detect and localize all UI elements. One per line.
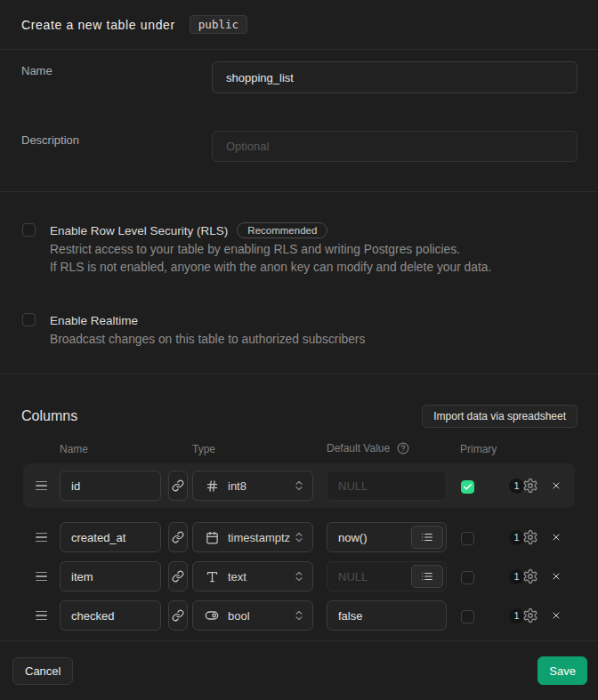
panel-title: Create a new table under — [21, 18, 175, 32]
column-type-label: int8 — [228, 479, 293, 493]
primary-checkbox[interactable] — [461, 571, 474, 584]
realtime-text: Enable Realtime Broadcast changes on thi… — [50, 311, 365, 349]
rls-description-line2: If RLS is not enabled, anyone with the a… — [50, 259, 491, 277]
default-value-wrap — [327, 522, 447, 552]
realtime-description: Broadcast changes on this table to autho… — [50, 331, 365, 349]
column-name-input[interactable] — [60, 561, 161, 591]
column-type-label: text — [228, 570, 293, 583]
rls-description-line1: Restrict access to your table by enablin… — [50, 241, 491, 259]
columns-title: Columns — [21, 408, 77, 424]
name-label: Name — [21, 61, 212, 93]
foreign-key-icon[interactable] — [168, 522, 188, 552]
gear-icon — [522, 478, 538, 494]
chevrons-up-down-icon — [293, 531, 305, 543]
column-name-input[interactable] — [60, 600, 161, 631]
suggestions-list-icon[interactable] — [411, 565, 443, 588]
column-type-select[interactable]: bool — [192, 600, 313, 631]
rls-toggle-block: Enable Row Level Security (RLS) Recommen… — [22, 221, 577, 277]
header-name: Name — [60, 443, 192, 454]
hash-icon — [205, 479, 219, 493]
default-value-wrap — [327, 471, 447, 501]
column-row-checked: bool 1 — [23, 601, 575, 630]
suggestions-list-icon[interactable] — [411, 526, 443, 549]
column-rows: int8 1 — [21, 463, 578, 630]
rls-description: Restrict access to your table by enablin… — [50, 241, 491, 277]
column-name-input[interactable] — [60, 471, 161, 501]
column-name-input[interactable] — [60, 522, 161, 552]
column-settings-button[interactable]: 1 — [509, 477, 538, 495]
default-value-wrap — [327, 561, 447, 591]
gear-icon — [522, 607, 538, 624]
gear-icon — [522, 529, 538, 545]
table-name-input[interactable] — [212, 61, 578, 93]
recommended-badge: Recommended — [237, 222, 327, 238]
header-primary: Primary — [460, 443, 497, 454]
realtime-toggle-block: Enable Realtime Broadcast changes on thi… — [22, 311, 577, 349]
options-section: Enable Row Level Security (RLS) Recommen… — [0, 192, 598, 374]
column-row-created-at: timestamptz 1 — [23, 523, 575, 551]
create-table-panel: Create a new table under public Name Des… — [0, 0, 598, 700]
foreign-key-icon[interactable] — [168, 471, 188, 501]
remove-column-icon[interactable] — [551, 480, 562, 491]
remove-column-icon[interactable] — [551, 610, 562, 621]
column-settings-button[interactable]: 1 — [509, 567, 538, 585]
drag-handle-icon[interactable] — [36, 533, 47, 543]
name-row: Name — [21, 61, 578, 93]
realtime-description-line1: Broadcast changes on this table to autho… — [50, 331, 365, 349]
table-description-input[interactable] — [212, 131, 578, 162]
header-default-value: Default Value — [327, 443, 460, 454]
realtime-label: Enable Realtime — [50, 314, 138, 327]
import-spreadsheet-button[interactable]: Import data via spreadsheet — [422, 405, 578, 428]
rls-label: Enable Row Level Security (RLS) — [50, 224, 228, 237]
column-settings-button[interactable]: 1 — [509, 528, 538, 546]
column-type-label: timestamptz — [228, 531, 293, 544]
remove-column-icon[interactable] — [551, 571, 562, 582]
drag-handle-icon[interactable] — [36, 611, 47, 621]
primary-checkbox[interactable] — [461, 480, 474, 494]
realtime-checkbox[interactable] — [22, 313, 36, 326]
remove-column-icon[interactable] — [551, 532, 562, 543]
panel-header: Create a new table under public — [0, 0, 598, 50]
default-value-wrap — [327, 600, 447, 631]
chevrons-up-down-icon — [293, 570, 305, 583]
default-value-input — [327, 471, 447, 501]
calendar-icon — [205, 530, 219, 544]
foreign-key-icon[interactable] — [168, 561, 188, 591]
drag-handle-icon[interactable] — [36, 481, 47, 491]
check-icon — [463, 482, 473, 492]
rls-checkbox[interactable] — [22, 223, 36, 237]
save-button[interactable]: Save — [537, 656, 587, 685]
column-type-select[interactable]: int8 — [192, 471, 313, 501]
column-row-item: text 1 — [23, 562, 575, 591]
primary-checkbox[interactable] — [461, 532, 474, 545]
default-value-input[interactable] — [327, 600, 447, 631]
rls-text: Enable Row Level Security (RLS) Recommen… — [50, 221, 491, 277]
panel-footer: Cancel Save — [0, 641, 598, 700]
description-row: Description — [21, 131, 578, 162]
text-type-icon — [205, 569, 219, 583]
column-type-select[interactable]: timestamptz — [192, 522, 313, 552]
schema-badge: public — [190, 15, 247, 34]
help-icon[interactable] — [397, 442, 409, 455]
column-row-id: int8 1 — [23, 463, 575, 508]
column-type-select[interactable]: text — [192, 561, 313, 591]
chevrons-up-down-icon — [293, 609, 305, 622]
primary-checkbox[interactable] — [461, 610, 474, 624]
columns-section: Columns Import data via spreadsheet Name… — [0, 374, 598, 641]
description-label: Description — [21, 131, 212, 162]
column-settings-button[interactable]: 1 — [509, 607, 538, 624]
columns-grid-headers: Name Type Default Value Primary — [21, 443, 578, 454]
gear-icon — [522, 568, 538, 584]
column-type-label: bool — [228, 609, 293, 623]
drag-handle-icon[interactable] — [36, 572, 47, 582]
header-default-label: Default Value — [327, 442, 390, 455]
header-type: Type — [192, 443, 327, 454]
toggle-icon — [205, 608, 219, 623]
basic-info-section: Name Description — [0, 50, 598, 192]
foreign-key-icon[interactable] — [168, 600, 188, 631]
chevrons-up-down-icon — [293, 479, 305, 492]
cancel-button[interactable]: Cancel — [12, 657, 73, 685]
